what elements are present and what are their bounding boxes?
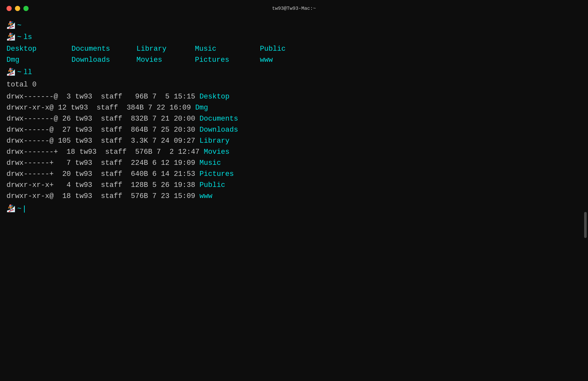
prompt-tilde-ls: ~ (17, 32, 21, 43)
ll-row-pictures: drwx------+ 20 tw93 staff 640B 6 14 21:5… (6, 169, 582, 180)
total-line: total 0 (6, 79, 582, 90)
ls-item-public: Public (260, 44, 318, 55)
ll-row-www: drwxr-xr-x@ 18 tw93 staff 576B 7 23 15:0… (6, 191, 582, 202)
ls-item-dmg: Dmg (6, 55, 71, 66)
prompt-tilde-final: ~ (17, 204, 21, 215)
minimize-button[interactable] (15, 6, 20, 11)
window-title: tw93@Tw93-Mac:~ (272, 6, 316, 11)
ls-item-www: www (260, 55, 318, 66)
ls-item-desktop: Desktop (6, 44, 71, 55)
ls-command: ls (23, 32, 32, 43)
cursor-line: 🏂 ~ (6, 204, 582, 215)
prompt-tilde-ll: ~ (17, 67, 21, 78)
prompt-icon-1: 🏂 (6, 20, 15, 31)
scrollbar[interactable] (584, 17, 587, 381)
prompt-line-1: 🏂 ~ (6, 20, 582, 31)
ls-item-pictures: Pictures (195, 55, 260, 66)
scrollbar-thumb[interactable] (584, 212, 587, 238)
ll-command: ll (23, 67, 32, 78)
ls-item-downloads: Downloads (71, 55, 136, 66)
ll-row-library: drwx------@ 105 tw93 staff 3.3K 7 24 09:… (6, 136, 582, 147)
close-button[interactable] (6, 6, 12, 11)
prompt-icon-ls: 🏂 (6, 32, 15, 43)
ll-output: total 0 drwx-------@ 3 tw93 staff 96B 7 … (6, 79, 582, 202)
ll-row-desktop: drwx-------@ 3 tw93 staff 96B 7 5 15:15 … (6, 91, 582, 102)
terminal-body: 🏂 ~ 🏂 ~ ls Desktop Documents Library Mus… (0, 17, 588, 221)
maximize-button[interactable] (23, 6, 29, 11)
title-bar: tw93@Tw93-Mac:~ (0, 0, 588, 17)
ll-row-dmg: drwxr-xr-x@ 12 tw93 staff 384B 7 22 16:0… (6, 102, 582, 113)
prompt-icon-final: 🏂 (6, 204, 15, 215)
ls-item-documents: Documents (71, 44, 136, 55)
ll-row-music: drwx------+ 7 tw93 staff 224B 6 12 19:09… (6, 158, 582, 169)
ls-item-music: Music (195, 44, 260, 55)
ll-row-public: drwxr-xr-x+ 4 tw93 staff 128B 5 26 19:38… (6, 180, 582, 191)
ll-row-documents: drwx-------@ 26 tw93 staff 832B 7 21 20:… (6, 113, 582, 125)
prompt-icon-ll: 🏂 (6, 67, 15, 78)
cursor (24, 205, 25, 213)
ls-output: Desktop Documents Library Music Public D… (6, 44, 582, 66)
terminal-window: tw93@Tw93-Mac:~ 🏂 ~ 🏂 ~ ls Desktop Docum… (0, 0, 588, 381)
ls-item-library: Library (136, 44, 195, 55)
traffic-lights (6, 6, 29, 11)
ll-row-movies: drwx-------+ 18 tw93 staff 576B 7 2 12:4… (6, 147, 582, 158)
ll-row-downloads: drwx------@ 27 tw93 staff 864B 7 25 20:3… (6, 125, 582, 136)
prompt-tilde-1: ~ (17, 20, 21, 31)
prompt-line-ll: 🏂 ~ ll (6, 67, 582, 78)
prompt-line-ls: 🏂 ~ ls (6, 32, 582, 43)
ls-item-movies: Movies (136, 55, 195, 66)
